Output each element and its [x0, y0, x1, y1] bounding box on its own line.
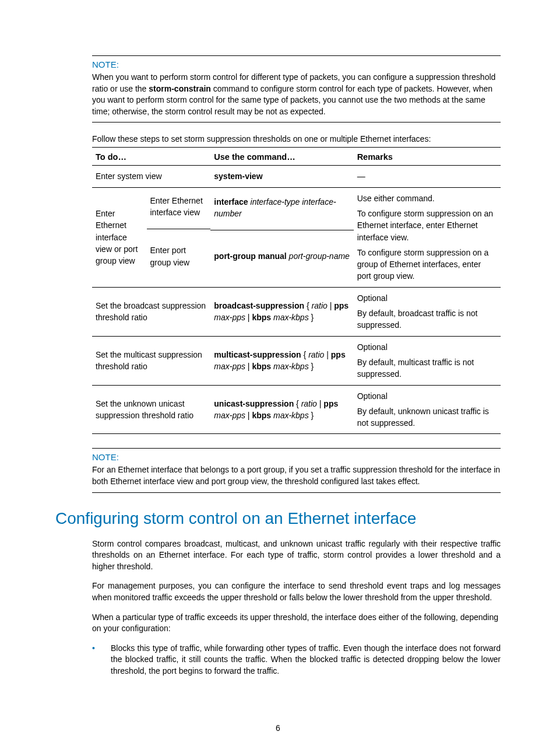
cmd-text: } [309, 411, 314, 420]
cmd-italic: max-pps [214, 411, 245, 420]
cmd-text: | [328, 301, 334, 310]
cmd-text: | [245, 411, 252, 420]
cmd-italic: max-kbps [273, 411, 309, 420]
table-row: Set the broadcast suppression threshold … [92, 287, 501, 336]
cell-rem: Optional By default, broadcast traffic i… [354, 287, 501, 336]
cmd-italic: max-pps [214, 313, 245, 322]
th-rem: Remarks [354, 148, 501, 166]
th-cmd: Use the command… [210, 148, 353, 166]
cmd-italic: port-group-name [287, 251, 350, 261]
cell-todo: Enter system view [92, 166, 210, 187]
cell-cmd-sub2: port-group manual port-group-name [210, 230, 353, 282]
cell-todo: Set the unknown unicast suppression thre… [92, 385, 210, 434]
note-title: NOTE: [92, 452, 501, 462]
note-bold: storm-constrain [149, 84, 211, 93]
cmd-bold: pps [334, 301, 349, 310]
cmd-italic: max-pps [214, 362, 245, 371]
note-title: NOTE: [92, 60, 501, 69]
cmd-text: } [309, 362, 314, 371]
cell-todo: Set the broadcast suppression threshold … [92, 287, 210, 336]
note-block-1: NOTE: When you want to perform storm con… [92, 55, 501, 123]
paragraph: For management purposes, you can configu… [92, 580, 501, 603]
rem-line: To configure storm suppression on an Eth… [357, 208, 497, 243]
cmd-text: } [309, 313, 314, 322]
cmd-italic: ratio [312, 301, 328, 310]
cell-cmd-sub1: interface interface-type interface-numbe… [210, 192, 353, 231]
cmd-italic: max-kbps [273, 313, 309, 322]
cell-rem: Optional By default, multicast traffic i… [354, 336, 501, 385]
paragraph: When a particular type of traffic exceed… [92, 612, 501, 635]
note-body: For an Ethernet interface that belongs t… [92, 464, 501, 487]
cmd-bold: unicast-suppression [214, 399, 294, 408]
page-number: 6 [0, 723, 556, 733]
cell-todo-outer: Enter Ethernet interface view or port gr… [92, 191, 147, 284]
cmd-bold: broadcast-suppression [214, 301, 304, 310]
cell-cmd-nested: interface interface-type interface-numbe… [210, 187, 353, 287]
cmd-bold: pps [331, 350, 346, 359]
section-heading: Configuring storm control on an Ethernet… [55, 509, 501, 528]
th-todo: To do… [92, 148, 210, 166]
cmd-text: { [304, 301, 311, 310]
cmd-text: | [245, 362, 252, 371]
cell-cmd: broadcast-suppression { ratio | pps max-… [210, 287, 353, 336]
rem-line: By default, multicast traffic is not sup… [357, 356, 497, 380]
cmd-bold: kbps [252, 313, 271, 322]
cmd-text: { [294, 399, 301, 408]
note-body: When you want to perform storm control f… [92, 72, 501, 117]
cmd-italic: ratio [308, 350, 324, 359]
cell-nested: Enter Ethernet interface view or port gr… [92, 187, 210, 287]
cmd-text: | [324, 350, 330, 359]
table-row: Set the unknown unicast suppression thre… [92, 385, 501, 434]
rem-line: By default, unknown unicast traffic is n… [357, 405, 497, 429]
rem-line: Use either command. [357, 192, 497, 204]
intro-line: Follow these steps to set storm suppress… [92, 134, 501, 144]
rem-line: Optional [357, 390, 497, 402]
cell-cmd: system-view [210, 166, 353, 187]
cmd-bold: kbps [252, 411, 271, 420]
cmd-text: | [317, 399, 323, 408]
cell-cmd: unicast-suppression { ratio | pps max-pp… [210, 385, 353, 434]
cmd-bold: pps [323, 399, 338, 408]
rem-line: To configure storm suppression on a grou… [357, 247, 497, 282]
cell-rem: — [354, 166, 501, 187]
cell-todo: Set the multicast suppression threshold … [92, 336, 210, 385]
cmd-bold: multicast-suppression [214, 350, 301, 359]
cmd-bold: system-view [214, 172, 262, 181]
bullet-item: Blocks this type of traffic, while forwa… [92, 643, 501, 677]
bullet-list: Blocks this type of traffic, while forwa… [92, 643, 501, 677]
cmd-bold: interface [214, 197, 248, 206]
table-header-row: To do… Use the command… Remarks [92, 148, 501, 166]
cmd-italic: ratio [301, 399, 317, 408]
cell-todo-sub1: Enter Ethernet interface view [147, 191, 211, 230]
paragraph: Storm control compares broadcast, multic… [92, 538, 501, 573]
table-row: Enter Ethernet interface view or port gr… [92, 187, 501, 287]
cmd-italic: max-kbps [273, 362, 309, 371]
table-row: Enter system view system-view — [92, 166, 501, 187]
cmd-bold: kbps [252, 362, 271, 371]
cell-rem: Optional By default, unknown unicast tra… [354, 385, 501, 434]
cell-rem: Use either command. To configure storm s… [354, 187, 501, 287]
cmd-bold: port-group manual [214, 251, 286, 261]
table-row: Set the multicast suppression threshold … [92, 336, 501, 385]
cell-todo-sub2: Enter port group view [147, 229, 211, 284]
cell-cmd: multicast-suppression { ratio | pps max-… [210, 336, 353, 385]
cmd-text: | [245, 313, 252, 322]
cmd-text: { [301, 350, 308, 359]
command-table: To do… Use the command… Remarks Enter sy… [92, 147, 501, 434]
rem-line: By default, broadcast traffic is not sup… [357, 307, 497, 331]
note-block-2: NOTE: For an Ethernet interface that bel… [92, 448, 501, 492]
rem-line: Optional [357, 292, 497, 304]
rem-line: Optional [357, 341, 497, 353]
